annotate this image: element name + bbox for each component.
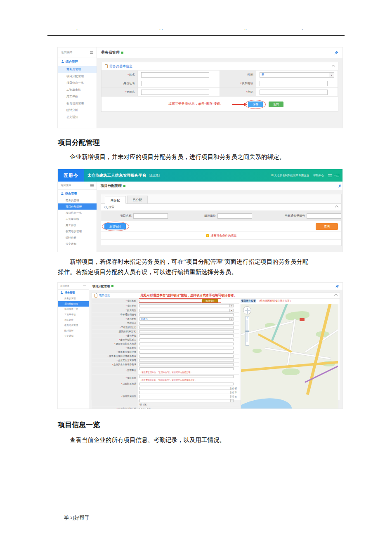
sidebar-item-payroll-audit[interactable]: 工资单审核 bbox=[58, 87, 97, 94]
sidebar-item-labor-management[interactable]: 劳务员管理 bbox=[58, 197, 97, 203]
map[interactable]: +− bbox=[241, 304, 338, 409]
map-zoom-control[interactable]: +− bbox=[245, 316, 249, 346]
sidebar-item-payroll-audit[interactable]: 工资单审核 bbox=[58, 216, 97, 222]
sidebar-item-project-allocation[interactable]: 项目分配管理 bbox=[58, 73, 97, 80]
help-center-link[interactable]: 帮助中心 bbox=[313, 174, 324, 177]
pin-icon[interactable] bbox=[338, 184, 342, 188]
sidebar-item-training[interactable]: 教育培训管理 bbox=[58, 100, 97, 107]
add-project-button[interactable]: 新增项目 bbox=[104, 223, 126, 229]
collapse-menu-icon[interactable] bbox=[90, 51, 93, 54]
save-button[interactable]: 保存 bbox=[248, 102, 263, 107]
province-select[interactable]: ▾ bbox=[139, 387, 234, 390]
back-menu-label[interactable]: 返回菜单 bbox=[61, 50, 73, 54]
construction-unit-input[interactable] bbox=[139, 334, 234, 337]
builder-unit-input[interactable] bbox=[139, 347, 234, 350]
sidebar-item-payroll-audit[interactable]: 工资单审核 bbox=[58, 312, 89, 317]
project-cost-input[interactable] bbox=[139, 326, 234, 329]
field-label: 工程地点 bbox=[127, 322, 136, 325]
app-title: 太仓市建筑工人信息管理服务平台 bbox=[87, 173, 146, 178]
sidebar-item-project-info[interactable]: 项目信息一览 bbox=[58, 307, 89, 312]
safety-leader-phone-input[interactable] bbox=[139, 363, 234, 366]
construction-unit-input[interactable] bbox=[217, 213, 252, 219]
project-location-input[interactable] bbox=[139, 322, 234, 325]
town-select[interactable]: ▾ bbox=[139, 399, 234, 402]
app-edition: （企业版） bbox=[147, 173, 162, 177]
tab-assigned[interactable]: 已分配 bbox=[127, 196, 148, 203]
sidebar-item-labor-management[interactable]: 劳务员管理 bbox=[58, 296, 89, 301]
civilized-site-yes-checkbox[interactable] bbox=[139, 408, 142, 409]
sidebar-item-project-allocation[interactable]: 项目分配管理 bbox=[58, 203, 97, 210]
construction-contact-phone-input[interactable] bbox=[139, 342, 234, 345]
bid-notice-no-input[interactable] bbox=[307, 213, 341, 219]
sidebar-item-labor-management[interactable]: 劳务员管理 bbox=[58, 66, 97, 73]
sidebar-item-notices[interactable]: 公文通知 bbox=[58, 241, 97, 247]
phone-input[interactable] bbox=[260, 81, 328, 86]
collapse-menu-icon[interactable] bbox=[90, 184, 94, 187]
query-button[interactable]: 查询 bbox=[316, 223, 338, 230]
field-label: 中标通知书编号 bbox=[120, 313, 137, 316]
sidebar-item-statistics[interactable]: 统计分析 bbox=[58, 107, 97, 114]
zoom-in-icon[interactable]: + bbox=[246, 316, 248, 319]
sidebar-item-employment-eval[interactable]: 用工评价 bbox=[58, 93, 97, 100]
pin-icon[interactable] bbox=[334, 51, 338, 55]
sidebar-item-project-allocation[interactable]: 项目分配管理 bbox=[58, 301, 89, 307]
collapse-menu-icon[interactable] bbox=[83, 285, 86, 287]
gender-select[interactable]: 男▾ bbox=[260, 72, 335, 78]
menu-icon[interactable] bbox=[328, 174, 332, 177]
building-area-input[interactable] bbox=[139, 330, 234, 333]
back-menu-label[interactable]: 返回菜单 bbox=[60, 285, 69, 288]
page-title: 项目分配管理 bbox=[92, 284, 110, 288]
collapse-panel-icon[interactable] bbox=[332, 64, 335, 68]
project-manager-phone-input[interactable] bbox=[139, 355, 234, 358]
header-mark: · bbox=[76, 27, 78, 31]
project-category-select[interactable]: ▾ bbox=[139, 304, 234, 307]
supervisor-phone-input[interactable] bbox=[139, 383, 234, 385]
sidebar-item-project-info[interactable]: 项目信息一览 bbox=[58, 80, 97, 87]
sidebar-item-training[interactable]: 教育培训管理 bbox=[58, 323, 89, 328]
investment-type-select[interactable]: ▾ bbox=[139, 309, 234, 312]
tab-unassigned[interactable]: 未分配 bbox=[105, 196, 126, 204]
screenshot-labor-management: 返回菜单 综合管理 劳务员管理 项目分配管理 项目信息一览 工资单审核 用工评价… bbox=[58, 47, 342, 128]
chevron-down-icon: ▾ bbox=[230, 395, 233, 398]
project-name-input[interactable] bbox=[139, 300, 201, 302]
sidebar-group-label: 综合管理 bbox=[66, 60, 78, 64]
back-button[interactable]: 返回 bbox=[269, 102, 283, 107]
zoom-out-icon[interactable]: − bbox=[246, 342, 248, 345]
login-input[interactable] bbox=[141, 90, 209, 95]
warning-icon: ! bbox=[206, 234, 209, 237]
back-menu-label[interactable]: 返回菜单 bbox=[61, 184, 71, 187]
sidebar-item-project-info[interactable]: 项目信息一览 bbox=[58, 210, 97, 216]
county-select[interactable]: ▾ bbox=[139, 395, 234, 398]
choose-project-button[interactable]: 选择项目 bbox=[202, 299, 218, 303]
sidebar-item-employment-eval[interactable]: 用工评价 bbox=[58, 222, 97, 228]
supervision-unit-input[interactable] bbox=[139, 367, 234, 370]
chief-supervisor-input[interactable] bbox=[139, 375, 234, 378]
sidebar-item-employment-eval[interactable]: 用工评价 bbox=[58, 317, 89, 323]
construction-contact-input[interactable] bbox=[139, 338, 234, 341]
bid-notice-no-input[interactable] bbox=[139, 313, 234, 316]
collapse-panel-icon[interactable] bbox=[334, 294, 338, 297]
sidebar-item-statistics[interactable]: 统计分析 bbox=[58, 234, 97, 241]
sidebar-item-notices[interactable]: 公文通知 bbox=[58, 114, 97, 121]
password-input[interactable] bbox=[260, 90, 328, 95]
chevron-down-icon: ▾ bbox=[329, 73, 334, 77]
person-icon bbox=[61, 60, 64, 63]
map-pan-control[interactable] bbox=[243, 306, 251, 314]
safety-leader-input[interactable] bbox=[139, 359, 234, 362]
logout-icon[interactable] bbox=[336, 174, 339, 177]
sidebar-item-statistics[interactable]: 统计分析 bbox=[58, 328, 89, 333]
civilized-site-no-checkbox[interactable] bbox=[146, 408, 148, 409]
project-name-input[interactable] bbox=[133, 213, 168, 219]
zoom-slider[interactable] bbox=[246, 320, 248, 342]
collapse-search-icon[interactable] bbox=[335, 205, 338, 209]
sidebar-item-notices[interactable]: 公文通知 bbox=[58, 333, 89, 339]
contract-type-select[interactable]: 总承包▾ bbox=[139, 317, 234, 321]
idcard-input[interactable] bbox=[141, 81, 209, 86]
status-dot bbox=[123, 185, 125, 187]
pin-icon[interactable] bbox=[335, 284, 339, 288]
sidebar-item-training[interactable]: 教育培训管理 bbox=[58, 228, 97, 234]
city-select[interactable]: ▾ bbox=[139, 391, 234, 394]
name-input[interactable] bbox=[141, 72, 209, 78]
project-manager-input[interactable] bbox=[139, 351, 234, 354]
project-form: *项目名称 选择项目 *项目类别 ▾ *投资类型 ▾ 中标通知书编号 *承包类型… bbox=[92, 299, 239, 409]
